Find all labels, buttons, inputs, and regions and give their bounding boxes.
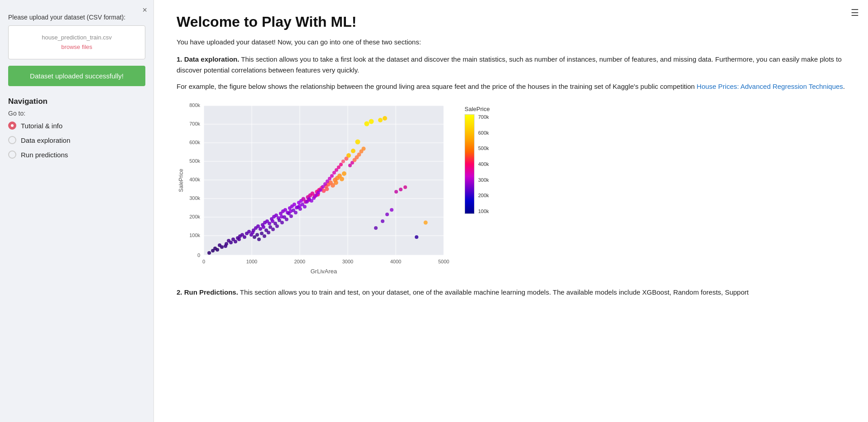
svg-point-165	[403, 185, 407, 189]
chart-area: 0 100k 200k 300k 400k 500k 600k 700k 800…	[177, 101, 845, 278]
radio-run-predictions[interactable]	[8, 150, 16, 159]
svg-point-76	[293, 203, 296, 206]
close-button[interactable]: ×	[142, 5, 147, 15]
nav-label-data-exploration: Data exploration	[21, 136, 70, 144]
svg-point-161	[385, 213, 389, 216]
section1-example: For example, the figure below shows the …	[177, 81, 845, 92]
svg-rect-0	[204, 106, 444, 255]
svg-point-167	[424, 221, 428, 225]
svg-point-103	[342, 171, 346, 176]
scatter-plot: 0 100k 200k 300k 400k 500k 600k 700k 800…	[177, 101, 457, 278]
colorbar: SalePrice 700k 600k 500k 400k 300k 200k …	[465, 101, 490, 214]
svg-point-158	[362, 147, 366, 151]
upload-filename: house_prediction_train.csv	[13, 34, 140, 41]
svg-text:SalePrice: SalePrice	[178, 169, 184, 192]
colorbar-label: SalePrice	[465, 106, 490, 112]
radio-tutorial[interactable]	[8, 121, 16, 130]
kaggle-link[interactable]: House Prices: Advanced Regression Techni…	[697, 82, 843, 90]
nav-item-tutorial[interactable]: Tutorial & info	[8, 121, 145, 130]
main-content: ☰ Welcome to Play With ML! You have uplo…	[154, 0, 868, 422]
svg-point-36	[213, 247, 217, 250]
section2-bold: 2. Run Predictions.	[177, 288, 238, 296]
nav-goto-label: Go to:	[8, 110, 145, 117]
svg-point-113	[257, 238, 261, 241]
svg-point-105	[351, 149, 355, 153]
svg-text:700k: 700k	[189, 121, 200, 126]
svg-point-127	[289, 214, 293, 218]
svg-text:5000: 5000	[438, 259, 449, 264]
svg-text:GrLivArea: GrLivArea	[311, 268, 337, 275]
svg-text:100k: 100k	[189, 233, 200, 238]
svg-point-108	[369, 119, 374, 124]
upload-success-button[interactable]: Dataset uploaded successfully!	[8, 66, 145, 86]
svg-point-150	[341, 160, 345, 163]
svg-point-123	[280, 221, 284, 224]
svg-point-117	[267, 231, 270, 234]
svg-point-106	[355, 140, 360, 145]
svg-text:600k: 600k	[189, 140, 200, 145]
colorbar-tick-600k: 600k	[478, 130, 489, 136]
svg-point-151	[345, 157, 349, 161]
intro-text: You have uploaded your dataset! Now, you…	[177, 37, 845, 48]
svg-point-95	[325, 187, 329, 191]
svg-text:2000: 2000	[294, 259, 305, 264]
svg-point-112	[255, 233, 259, 237]
svg-text:4000: 4000	[390, 259, 401, 264]
colorbar-tick-200k: 200k	[478, 193, 489, 198]
colorbar-gradient	[465, 114, 475, 214]
svg-text:0: 0	[202, 259, 205, 264]
nav-item-run-predictions[interactable]: Run predictions	[8, 150, 145, 159]
svg-point-102	[340, 177, 344, 181]
svg-text:3000: 3000	[342, 259, 353, 264]
section2-text: This section allows you to train and tes…	[238, 288, 749, 296]
svg-point-129	[294, 211, 297, 214]
svg-point-131	[298, 207, 302, 211]
nav-title: Navigation	[8, 97, 145, 106]
svg-point-47	[237, 238, 241, 241]
svg-point-51	[247, 230, 251, 233]
svg-point-33	[207, 251, 211, 255]
svg-point-40	[224, 244, 227, 248]
section2-header: 2. Run Predictions. This section allows …	[177, 287, 845, 298]
page-title: Welcome to Play With ML!	[177, 14, 845, 30]
section1-text: This section allows you to take a first …	[177, 55, 842, 74]
svg-point-163	[394, 190, 398, 194]
colorbar-tick-500k: 500k	[478, 146, 489, 151]
svg-point-42	[227, 239, 230, 243]
svg-text:500k: 500k	[189, 158, 200, 164]
nav-item-data-exploration[interactable]: Data exploration	[8, 136, 145, 144]
section1-header: 1. Data exploration. This section allows…	[177, 54, 845, 76]
svg-point-62	[268, 222, 271, 225]
section1-link-end: .	[843, 82, 845, 90]
section1-example-text: For example, the figure below shows the …	[177, 82, 697, 90]
radio-data-exploration[interactable]	[8, 136, 16, 144]
svg-point-57	[259, 227, 262, 231]
scatter-svg: 0 100k 200k 300k 400k 500k 600k 700k 800…	[177, 101, 457, 278]
svg-point-60	[262, 225, 265, 229]
colorbar-tick-300k: 300k	[478, 177, 489, 183]
browse-files-link[interactable]: browse files	[61, 44, 92, 50]
menu-icon[interactable]: ☰	[851, 7, 859, 18]
svg-point-162	[390, 208, 393, 212]
svg-point-140	[319, 188, 322, 192]
svg-text:300k: 300k	[189, 195, 200, 201]
svg-point-115	[263, 234, 266, 238]
svg-point-145	[330, 174, 334, 178]
svg-point-38	[218, 243, 221, 247]
svg-point-49	[243, 235, 246, 239]
colorbar-ticks: 700k 600k 500k 400k 300k 200k 100k	[478, 114, 489, 214]
svg-point-133	[303, 205, 307, 209]
svg-text:800k: 800k	[189, 102, 200, 108]
nav-label-tutorial: Tutorial & info	[21, 122, 62, 130]
upload-box: house_prediction_train.csv browse files	[8, 25, 145, 59]
svg-point-100	[334, 180, 338, 185]
colorbar-tick-100k: 100k	[478, 209, 489, 214]
svg-point-125	[285, 218, 288, 221]
navigation-section: Navigation Go to: Tutorial & info Data e…	[8, 97, 145, 165]
svg-point-109	[378, 118, 383, 122]
svg-text:200k: 200k	[189, 214, 200, 219]
svg-text:1000: 1000	[246, 259, 257, 264]
upload-label: Please upload your dataset (CSV format):	[8, 14, 145, 21]
svg-point-107	[364, 121, 369, 126]
svg-point-164	[399, 188, 403, 191]
